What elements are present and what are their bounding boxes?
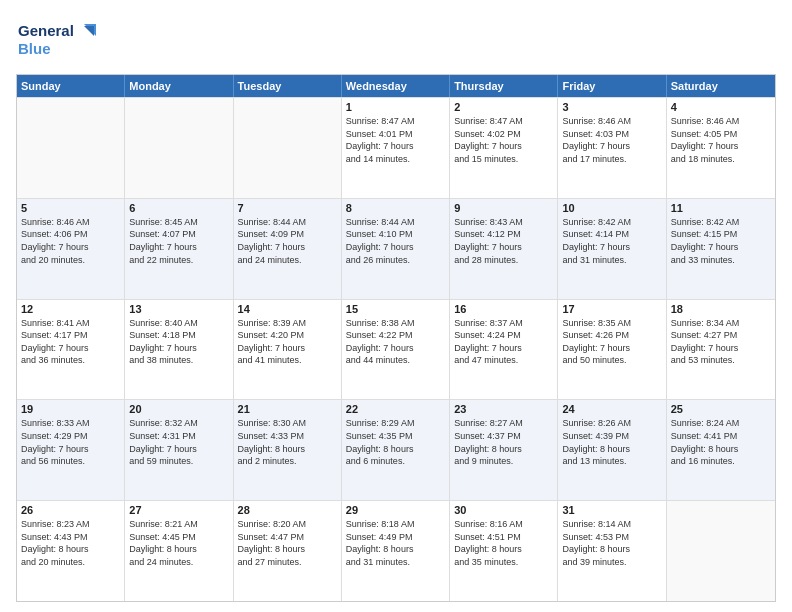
- day-number: 30: [454, 504, 553, 516]
- day-cell-8: 8Sunrise: 8:44 AM Sunset: 4:10 PM Daylig…: [342, 199, 450, 299]
- calendar-row-3: 19Sunrise: 8:33 AM Sunset: 4:29 PM Dayli…: [17, 399, 775, 500]
- day-info: Sunrise: 8:16 AM Sunset: 4:51 PM Dayligh…: [454, 518, 553, 568]
- calendar: SundayMondayTuesdayWednesdayThursdayFrid…: [16, 74, 776, 602]
- empty-cell: [125, 98, 233, 198]
- day-info: Sunrise: 8:41 AM Sunset: 4:17 PM Dayligh…: [21, 317, 120, 367]
- empty-cell: [667, 501, 775, 601]
- day-number: 3: [562, 101, 661, 113]
- day-cell-1: 1Sunrise: 8:47 AM Sunset: 4:01 PM Daylig…: [342, 98, 450, 198]
- day-cell-20: 20Sunrise: 8:32 AM Sunset: 4:31 PM Dayli…: [125, 400, 233, 500]
- day-number: 12: [21, 303, 120, 315]
- day-cell-14: 14Sunrise: 8:39 AM Sunset: 4:20 PM Dayli…: [234, 300, 342, 400]
- day-info: Sunrise: 8:20 AM Sunset: 4:47 PM Dayligh…: [238, 518, 337, 568]
- day-info: Sunrise: 8:38 AM Sunset: 4:22 PM Dayligh…: [346, 317, 445, 367]
- day-cell-22: 22Sunrise: 8:29 AM Sunset: 4:35 PM Dayli…: [342, 400, 450, 500]
- day-cell-25: 25Sunrise: 8:24 AM Sunset: 4:41 PM Dayli…: [667, 400, 775, 500]
- logo-icon: General Blue: [16, 16, 106, 60]
- day-number: 13: [129, 303, 228, 315]
- day-cell-10: 10Sunrise: 8:42 AM Sunset: 4:14 PM Dayli…: [558, 199, 666, 299]
- day-info: Sunrise: 8:24 AM Sunset: 4:41 PM Dayligh…: [671, 417, 771, 467]
- day-info: Sunrise: 8:46 AM Sunset: 4:03 PM Dayligh…: [562, 115, 661, 165]
- day-cell-6: 6Sunrise: 8:45 AM Sunset: 4:07 PM Daylig…: [125, 199, 233, 299]
- day-cell-7: 7Sunrise: 8:44 AM Sunset: 4:09 PM Daylig…: [234, 199, 342, 299]
- day-info: Sunrise: 8:30 AM Sunset: 4:33 PM Dayligh…: [238, 417, 337, 467]
- day-number: 21: [238, 403, 337, 415]
- day-info: Sunrise: 8:33 AM Sunset: 4:29 PM Dayligh…: [21, 417, 120, 467]
- day-number: 22: [346, 403, 445, 415]
- day-cell-13: 13Sunrise: 8:40 AM Sunset: 4:18 PM Dayli…: [125, 300, 233, 400]
- day-cell-9: 9Sunrise: 8:43 AM Sunset: 4:12 PM Daylig…: [450, 199, 558, 299]
- day-cell-28: 28Sunrise: 8:20 AM Sunset: 4:47 PM Dayli…: [234, 501, 342, 601]
- day-number: 2: [454, 101, 553, 113]
- day-number: 15: [346, 303, 445, 315]
- day-info: Sunrise: 8:27 AM Sunset: 4:37 PM Dayligh…: [454, 417, 553, 467]
- day-number: 19: [21, 403, 120, 415]
- day-number: 5: [21, 202, 120, 214]
- day-info: Sunrise: 8:26 AM Sunset: 4:39 PM Dayligh…: [562, 417, 661, 467]
- calendar-row-2: 12Sunrise: 8:41 AM Sunset: 4:17 PM Dayli…: [17, 299, 775, 400]
- header-day-tuesday: Tuesday: [234, 75, 342, 97]
- day-info: Sunrise: 8:42 AM Sunset: 4:14 PM Dayligh…: [562, 216, 661, 266]
- day-number: 4: [671, 101, 771, 113]
- day-info: Sunrise: 8:39 AM Sunset: 4:20 PM Dayligh…: [238, 317, 337, 367]
- day-cell-21: 21Sunrise: 8:30 AM Sunset: 4:33 PM Dayli…: [234, 400, 342, 500]
- day-info: Sunrise: 8:14 AM Sunset: 4:53 PM Dayligh…: [562, 518, 661, 568]
- day-info: Sunrise: 8:18 AM Sunset: 4:49 PM Dayligh…: [346, 518, 445, 568]
- day-number: 14: [238, 303, 337, 315]
- day-number: 9: [454, 202, 553, 214]
- day-cell-19: 19Sunrise: 8:33 AM Sunset: 4:29 PM Dayli…: [17, 400, 125, 500]
- day-number: 27: [129, 504, 228, 516]
- header-day-friday: Friday: [558, 75, 666, 97]
- day-cell-18: 18Sunrise: 8:34 AM Sunset: 4:27 PM Dayli…: [667, 300, 775, 400]
- day-cell-11: 11Sunrise: 8:42 AM Sunset: 4:15 PM Dayli…: [667, 199, 775, 299]
- day-cell-12: 12Sunrise: 8:41 AM Sunset: 4:17 PM Dayli…: [17, 300, 125, 400]
- day-number: 20: [129, 403, 228, 415]
- day-number: 26: [21, 504, 120, 516]
- day-cell-2: 2Sunrise: 8:47 AM Sunset: 4:02 PM Daylig…: [450, 98, 558, 198]
- svg-marker-3: [84, 26, 94, 36]
- header-day-saturday: Saturday: [667, 75, 775, 97]
- day-info: Sunrise: 8:44 AM Sunset: 4:09 PM Dayligh…: [238, 216, 337, 266]
- day-cell-27: 27Sunrise: 8:21 AM Sunset: 4:45 PM Dayli…: [125, 501, 233, 601]
- header-day-wednesday: Wednesday: [342, 75, 450, 97]
- calendar-row-0: 1Sunrise: 8:47 AM Sunset: 4:01 PM Daylig…: [17, 97, 775, 198]
- day-info: Sunrise: 8:21 AM Sunset: 4:45 PM Dayligh…: [129, 518, 228, 568]
- page: General Blue SundayMondayTuesdayWednesda…: [0, 0, 792, 612]
- day-cell-16: 16Sunrise: 8:37 AM Sunset: 4:24 PM Dayli…: [450, 300, 558, 400]
- day-cell-4: 4Sunrise: 8:46 AM Sunset: 4:05 PM Daylig…: [667, 98, 775, 198]
- header-day-thursday: Thursday: [450, 75, 558, 97]
- empty-cell: [17, 98, 125, 198]
- day-info: Sunrise: 8:42 AM Sunset: 4:15 PM Dayligh…: [671, 216, 771, 266]
- day-cell-23: 23Sunrise: 8:27 AM Sunset: 4:37 PM Dayli…: [450, 400, 558, 500]
- day-cell-17: 17Sunrise: 8:35 AM Sunset: 4:26 PM Dayli…: [558, 300, 666, 400]
- day-info: Sunrise: 8:34 AM Sunset: 4:27 PM Dayligh…: [671, 317, 771, 367]
- day-info: Sunrise: 8:47 AM Sunset: 4:02 PM Dayligh…: [454, 115, 553, 165]
- calendar-header: SundayMondayTuesdayWednesdayThursdayFrid…: [17, 75, 775, 97]
- day-number: 29: [346, 504, 445, 516]
- calendar-row-4: 26Sunrise: 8:23 AM Sunset: 4:43 PM Dayli…: [17, 500, 775, 601]
- day-info: Sunrise: 8:29 AM Sunset: 4:35 PM Dayligh…: [346, 417, 445, 467]
- day-cell-3: 3Sunrise: 8:46 AM Sunset: 4:03 PM Daylig…: [558, 98, 666, 198]
- day-number: 1: [346, 101, 445, 113]
- day-info: Sunrise: 8:35 AM Sunset: 4:26 PM Dayligh…: [562, 317, 661, 367]
- svg-text:General: General: [18, 22, 74, 39]
- day-number: 7: [238, 202, 337, 214]
- day-number: 6: [129, 202, 228, 214]
- day-info: Sunrise: 8:46 AM Sunset: 4:05 PM Dayligh…: [671, 115, 771, 165]
- day-number: 11: [671, 202, 771, 214]
- day-cell-5: 5Sunrise: 8:46 AM Sunset: 4:06 PM Daylig…: [17, 199, 125, 299]
- day-number: 16: [454, 303, 553, 315]
- header-day-monday: Monday: [125, 75, 233, 97]
- svg-text:Blue: Blue: [18, 40, 51, 57]
- day-info: Sunrise: 8:45 AM Sunset: 4:07 PM Dayligh…: [129, 216, 228, 266]
- day-number: 10: [562, 202, 661, 214]
- day-info: Sunrise: 8:43 AM Sunset: 4:12 PM Dayligh…: [454, 216, 553, 266]
- day-info: Sunrise: 8:32 AM Sunset: 4:31 PM Dayligh…: [129, 417, 228, 467]
- day-info: Sunrise: 8:23 AM Sunset: 4:43 PM Dayligh…: [21, 518, 120, 568]
- day-number: 31: [562, 504, 661, 516]
- calendar-body: 1Sunrise: 8:47 AM Sunset: 4:01 PM Daylig…: [17, 97, 775, 601]
- day-info: Sunrise: 8:40 AM Sunset: 4:18 PM Dayligh…: [129, 317, 228, 367]
- logo: General Blue: [16, 16, 106, 64]
- day-info: Sunrise: 8:44 AM Sunset: 4:10 PM Dayligh…: [346, 216, 445, 266]
- header: General Blue: [16, 16, 776, 64]
